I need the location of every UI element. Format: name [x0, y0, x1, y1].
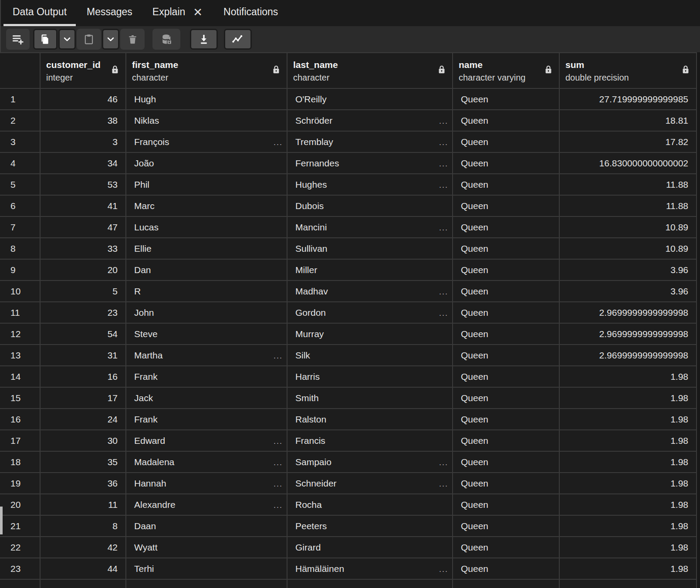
sum-cell[interactable]: 2.9699999999999998 — [560, 324, 697, 344]
last-name-cell[interactable]: Mancini... — [287, 217, 453, 237]
last-name-cell[interactable]: Ralston — [287, 409, 453, 429]
close-icon[interactable]: ✕ — [192, 7, 203, 18]
last-name-cell[interactable]: Miller — [287, 260, 453, 280]
sum-cell[interactable]: 27.719999999999985 — [560, 89, 697, 109]
tab-data-output[interactable]: Data Output — [3, 0, 76, 26]
first-name-cell[interactable]: Wyatt — [126, 537, 287, 558]
tab-explain[interactable]: Explain ✕ — [143, 0, 213, 26]
name-cell[interactable]: Queen — [453, 260, 560, 280]
last-name-cell[interactable]: Fernandes... — [287, 153, 453, 173]
customer-id-cell[interactable]: 23 — [41, 302, 126, 323]
column-header-last_name[interactable]: last_namecharacter — [287, 53, 453, 88]
sum-cell[interactable]: 1.98 — [560, 516, 697, 536]
sum-cell[interactable]: 1.98 — [560, 537, 697, 558]
customer-id-cell[interactable]: 8 — [41, 516, 126, 536]
sum-cell[interactable]: 17.82 — [560, 132, 697, 152]
copy-button[interactable] — [33, 29, 57, 50]
sum-cell[interactable]: 2.9699999999999998 — [560, 302, 697, 323]
customer-id-cell[interactable]: 20 — [41, 260, 126, 280]
first-name-cell[interactable]: João — [126, 153, 287, 173]
customer-id-cell[interactable]: 30 — [41, 430, 126, 451]
name-cell[interactable]: Queen — [453, 132, 560, 152]
last-name-cell[interactable]: Peeters — [287, 516, 453, 536]
name-cell[interactable]: Queen — [453, 366, 560, 387]
name-cell[interactable]: Queen — [453, 174, 560, 195]
customer-id-cell[interactable]: 16 — [41, 366, 126, 387]
sum-cell[interactable]: 1.98 — [560, 558, 697, 579]
sum-cell[interactable]: 11.88 — [560, 196, 697, 216]
name-cell[interactable]: Queen — [453, 281, 560, 301]
name-cell[interactable]: Queen — [453, 89, 560, 109]
last-name-cell[interactable]: Smith — [287, 388, 453, 408]
last-name-cell[interactable]: Murray — [287, 324, 453, 344]
graph-visualiser-button[interactable] — [224, 29, 252, 50]
last-name-cell[interactable]: Schröder... — [287, 110, 453, 131]
name-cell[interactable]: Queen — [453, 473, 560, 493]
customer-id-cell[interactable]: 11 — [41, 494, 126, 515]
name-cell[interactable]: Queen — [453, 324, 560, 344]
row-number-cell[interactable]: 13 — [0, 345, 41, 365]
row-number-cell[interactable]: 8 — [0, 238, 41, 259]
first-name-cell[interactable]: Dan — [126, 260, 287, 280]
name-cell[interactable]: Queen — [453, 558, 560, 579]
last-name-cell[interactable]: Gordon... — [287, 302, 453, 323]
name-cell[interactable]: Queen — [453, 430, 560, 451]
last-name-cell[interactable]: Hughes... — [287, 174, 453, 195]
empty-cell[interactable] — [41, 580, 126, 588]
sum-cell[interactable]: 1.98 — [560, 430, 697, 451]
customer-id-cell[interactable]: 46 — [41, 89, 126, 109]
customer-id-cell[interactable]: 41 — [41, 196, 126, 216]
vertical-scrollbar-thumb[interactable] — [0, 507, 3, 534]
row-number-cell[interactable]: 23 — [0, 558, 41, 579]
row-number-cell[interactable]: 4 — [0, 153, 41, 173]
name-cell[interactable]: Queen — [453, 110, 560, 131]
name-cell[interactable]: Queen — [453, 217, 560, 237]
last-name-cell[interactable]: Madhav... — [287, 281, 453, 301]
first-name-cell[interactable]: Steve — [126, 324, 287, 344]
row-number-cell[interactable]: 20 — [0, 494, 41, 515]
first-name-cell[interactable]: Hugh — [126, 89, 287, 109]
sum-cell[interactable]: 10.89 — [560, 217, 697, 237]
row-number-cell[interactable]: 16 — [0, 409, 41, 429]
last-name-cell[interactable]: Dubois — [287, 196, 453, 216]
first-name-cell[interactable]: Lucas — [126, 217, 287, 237]
name-cell[interactable]: Queen — [453, 516, 560, 536]
customer-id-cell[interactable]: 36 — [41, 473, 126, 493]
row-number-cell[interactable]: 12 — [0, 324, 41, 344]
row-number-cell[interactable]: 1 — [0, 89, 41, 109]
name-cell[interactable]: Queen — [453, 153, 560, 173]
column-header-name[interactable]: namecharacter varying — [453, 53, 560, 88]
first-name-cell[interactable]: Alexandre... — [126, 494, 287, 515]
sum-cell[interactable]: 1.98 — [560, 366, 697, 387]
first-name-cell[interactable]: Jack — [126, 388, 287, 408]
row-number-cell[interactable]: 5 — [0, 174, 41, 195]
last-name-cell[interactable]: Sullivan — [287, 238, 453, 259]
first-name-cell[interactable]: Frank — [126, 366, 287, 387]
last-name-cell[interactable]: Rocha — [287, 494, 453, 515]
last-name-cell[interactable]: Harris — [287, 366, 453, 387]
sum-cell[interactable]: 1.98 — [560, 494, 697, 515]
empty-cell[interactable] — [126, 580, 287, 588]
sum-cell[interactable]: 1.98 — [560, 452, 697, 472]
copy-options-button[interactable] — [58, 29, 76, 50]
row-number-cell[interactable]: 3 — [0, 132, 41, 152]
row-number-cell[interactable]: 14 — [0, 366, 41, 387]
customer-id-cell[interactable]: 47 — [41, 217, 126, 237]
last-name-cell[interactable]: Silk — [287, 345, 453, 365]
first-name-cell[interactable]: Hannah... — [126, 473, 287, 493]
first-name-cell[interactable]: Phil — [126, 174, 287, 195]
last-name-cell[interactable]: Girard — [287, 537, 453, 558]
name-cell[interactable]: Queen — [453, 409, 560, 429]
row-number-cell[interactable]: 19 — [0, 473, 41, 493]
last-name-cell[interactable]: O'Reilly — [287, 89, 453, 109]
empty-cell[interactable] — [560, 580, 697, 588]
sum-cell[interactable]: 1.98 — [560, 388, 697, 408]
last-name-cell[interactable]: Hämäläinen... — [287, 558, 453, 579]
first-name-cell[interactable]: Martha... — [126, 345, 287, 365]
sum-cell[interactable]: 16.830000000000002 — [560, 153, 697, 173]
last-name-cell[interactable]: Sampaio... — [287, 452, 453, 472]
customer-id-cell[interactable]: 42 — [41, 537, 126, 558]
column-header-first_name[interactable]: first_namecharacter — [126, 53, 287, 88]
name-cell[interactable]: Queen — [453, 452, 560, 472]
tab-notifications[interactable]: Notifications — [214, 0, 287, 26]
